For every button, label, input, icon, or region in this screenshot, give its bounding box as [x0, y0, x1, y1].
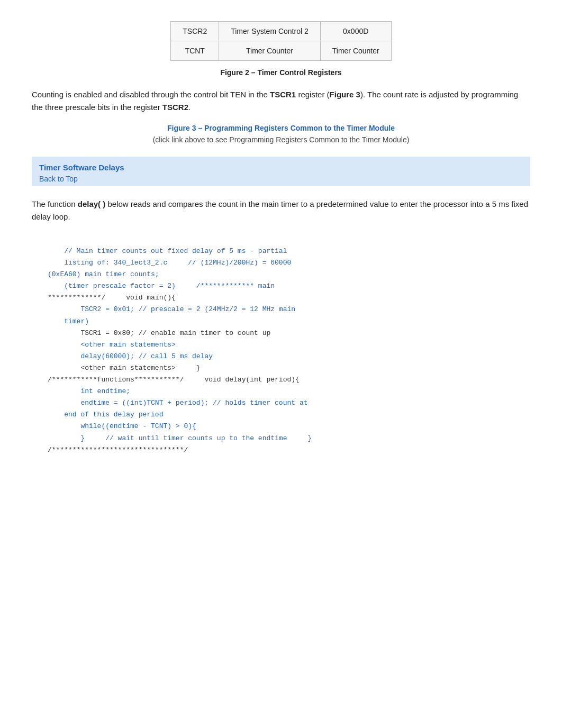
body-text-bold-delay: delay( ) [78, 199, 106, 208]
body-text-period: . [188, 103, 191, 112]
register-table: TSCR2 Timer System Control 2 0x000D TCNT… [170, 21, 391, 61]
table-cell-reg-val2: Timer Counter [320, 41, 391, 61]
body-paragraph-2: The function delay( ) below reads and co… [32, 198, 530, 223]
table-cell-reg-name: TSCR2 [171, 22, 219, 41]
back-to-top-link[interactable]: Back to Top [39, 175, 78, 183]
body-text-1a: Counting is enabled and disabled through… [32, 90, 270, 99]
table-cell-reg-name2: TCNT [171, 41, 219, 61]
section-header-title: Timer Software Delays [39, 163, 523, 172]
body-text-1b: register ( [296, 90, 329, 99]
figure3-link-container: Figure 3 – Programming Registers Common … [32, 123, 530, 132]
section-header-box: Timer Software Delays Back to Top [32, 157, 530, 186]
table-cell-reg-val: 0x000D [320, 22, 391, 41]
table-row: TCNT Timer Counter Timer Counter [171, 41, 391, 61]
body-paragraph-1: Counting is enabled and disabled through… [32, 88, 530, 114]
register-table-container: TSCR2 Timer System Control 2 0x000D TCNT… [32, 21, 530, 61]
figure2-caption: Figure 2 – Timer Control Registers [32, 68, 530, 77]
body-text-2a: The function [32, 199, 78, 208]
table-cell-reg-desc: Timer System Control 2 [219, 22, 321, 41]
table-cell-reg-desc2: Timer Counter [219, 41, 321, 61]
body-text-bold-figure3: Figure 3 [330, 90, 360, 99]
figure3-subtext: (click link above to see Programming Reg… [32, 135, 530, 144]
code-block: // Main timer counts out fixed delay of … [32, 236, 530, 466]
figure3-link[interactable]: Figure 3 – Programming Registers Common … [167, 124, 395, 132]
body-text-2b: below reads and compares the count in th… [32, 199, 528, 221]
body-text-bold-tscr1: TSCR1 [270, 90, 296, 99]
body-text-bold-tscr2: TSCR2 [162, 103, 188, 112]
table-row: TSCR2 Timer System Control 2 0x000D [171, 22, 391, 41]
